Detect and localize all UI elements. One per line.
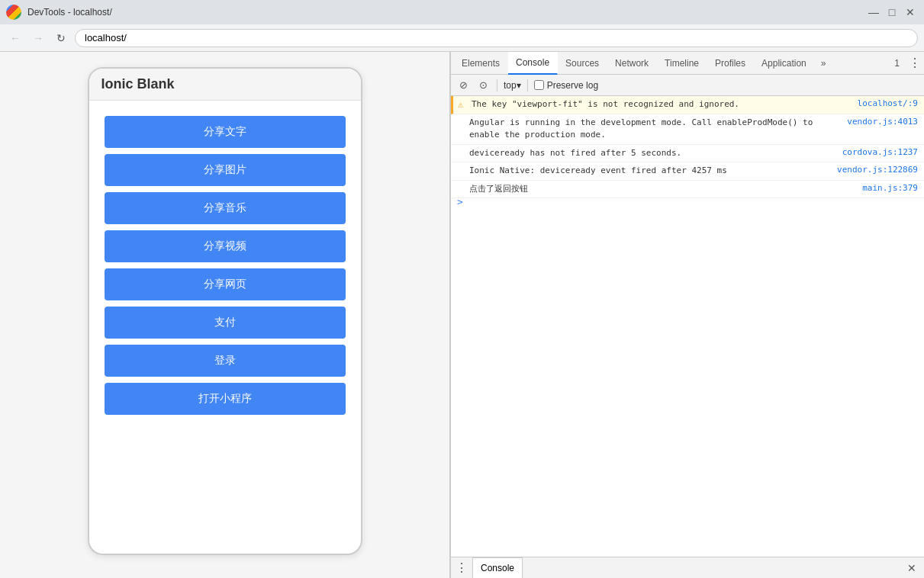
close-button[interactable]: ✕ <box>903 5 918 20</box>
dropdown-arrow: ▾ <box>517 80 521 91</box>
address-input[interactable] <box>75 29 918 47</box>
preserve-log-label[interactable]: Preserve log <box>534 80 598 91</box>
context-label: top <box>504 80 517 91</box>
filter-icon: ⊙ <box>479 79 488 91</box>
device-title: Ionic Blank <box>101 76 349 92</box>
context-selector[interactable]: top ▾ <box>504 80 521 91</box>
message-link[interactable]: main.js:379 <box>862 183 918 193</box>
bottombar-close-button[interactable]: ✕ <box>904 560 919 576</box>
clear-console-button[interactable]: ⊘ <box>456 78 471 93</box>
tab-elements[interactable]: Elements <box>454 52 508 75</box>
preserve-log-checkbox[interactable] <box>534 80 544 90</box>
devtools-tabs: Elements Console Sources Network Timelin… <box>451 52 924 75</box>
console-bottom-tab[interactable]: Console <box>472 557 523 579</box>
console-message: 点击了返回按钮main.js:379 <box>451 181 924 199</box>
device-action-button[interactable]: 分享文字 <box>105 116 346 148</box>
device-action-button[interactable]: 登录 <box>105 345 346 377</box>
console-prompt: > <box>451 198 924 204</box>
maximize-button[interactable]: □ <box>884 5 900 20</box>
console-message: deviceready has not fired after 5 second… <box>451 145 924 163</box>
tab-timeline[interactable]: Timeline <box>657 52 707 75</box>
message-link[interactable]: vendor.js:4013 <box>847 117 918 127</box>
device-action-button[interactable]: 打开小程序 <box>105 383 346 415</box>
tab-profiles[interactable]: Profiles <box>707 52 754 75</box>
device-action-button[interactable]: 分享视频 <box>105 230 346 262</box>
tab-sources[interactable]: Sources <box>558 52 607 75</box>
devtools-panel: Elements Console Sources Network Timelin… <box>450 52 924 578</box>
console-messages: ⚠The key "viewport-fit" is not recognize… <box>451 96 924 557</box>
tab-network[interactable]: Network <box>607 52 657 75</box>
prompt-arrow: > <box>457 196 463 207</box>
tab-application[interactable]: Application <box>754 52 815 75</box>
preserve-log-text: Preserve log <box>547 80 598 91</box>
tab-console[interactable]: Console <box>508 52 558 75</box>
titlebar-title: DevTools - localhost/ <box>27 7 112 18</box>
browser-titlebar: DevTools - localhost/ — □ ✕ <box>0 0 924 24</box>
main-content: Ionic Blank 分享文字分享图片分享音乐分享视频分享网页支付登录打开小程… <box>0 52 924 578</box>
devtools-menu-button[interactable]: ⋮ <box>906 52 924 75</box>
page-inner: Ionic Blank 分享文字分享图片分享音乐分享视频分享网页支付登录打开小程… <box>0 52 449 578</box>
address-bar: ← → ↻ <box>0 24 924 52</box>
console-bottombar: ⋮ Console ✕ <box>451 557 924 578</box>
forward-button[interactable]: → <box>29 29 47 47</box>
message-link[interactable]: vendor.js:122869 <box>837 165 918 175</box>
message-text: Ionic Native: deviceready event fired af… <box>469 165 831 178</box>
device-action-button[interactable]: 分享图片 <box>105 154 346 186</box>
device-action-button[interactable]: 支付 <box>105 307 346 339</box>
toolbar-separator <box>497 79 497 92</box>
message-text: Angular is running in the development mo… <box>469 117 841 142</box>
back-button[interactable]: ← <box>6 29 24 47</box>
clear-icon: ⊘ <box>459 79 468 91</box>
page-area: Ionic Blank 分享文字分享图片分享音乐分享视频分享网页支付登录打开小程… <box>0 52 450 578</box>
filter-button[interactable]: ⊙ <box>475 78 491 93</box>
console-toolbar: ⊘ ⊙ top ▾ Preserve log <box>451 75 924 96</box>
device-action-button[interactable]: 分享网页 <box>105 268 346 300</box>
devtools-more[interactable]: » <box>816 52 831 75</box>
message-link[interactable]: cordova.js:1237 <box>842 147 918 157</box>
toolbar-separator-2 <box>527 79 528 92</box>
warning-icon: ⚠ <box>458 99 463 110</box>
mobile-device: Ionic Blank 分享文字分享图片分享音乐分享视频分享网页支付登录打开小程… <box>88 67 362 555</box>
console-message: Angular is running in the development mo… <box>451 114 924 145</box>
console-message: Ionic Native: deviceready event fired af… <box>451 162 924 181</box>
chrome-icon <box>6 5 21 20</box>
minimize-button[interactable]: — <box>866 5 881 20</box>
console-tab-label: Console <box>481 563 514 573</box>
console-message: ⚠The key "viewport-fit" is not recognize… <box>451 96 924 114</box>
message-text: The key "viewport-fit" is not recognized… <box>472 98 852 111</box>
titlebar-controls: — □ ✕ <box>866 5 918 20</box>
bottombar-menu-button[interactable]: ⋮ <box>456 560 468 575</box>
device-action-button[interactable]: 分享音乐 <box>105 192 346 224</box>
message-text: deviceready has not fired after 5 second… <box>469 147 836 160</box>
message-link[interactable]: localhost/:9 <box>858 98 918 108</box>
refresh-button[interactable]: ↻ <box>52 29 70 47</box>
message-text: 点击了返回按钮 <box>469 183 856 196</box>
devtools-count: 1 <box>888 58 906 69</box>
device-header: Ionic Blank <box>89 69 361 101</box>
device-buttons: 分享文字分享图片分享音乐分享视频分享网页支付登录打开小程序 <box>101 110 349 421</box>
